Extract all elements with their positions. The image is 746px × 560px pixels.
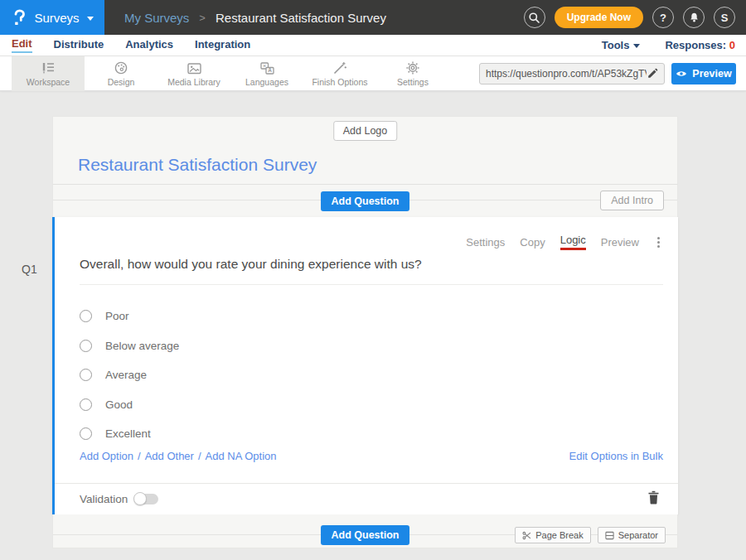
responses-counter[interactable]: Responses: 0: [665, 39, 735, 51]
edit-options-in-bulk-link[interactable]: Edit Options in Bulk: [569, 450, 663, 462]
footer-mini-buttons: Page Break Separator: [515, 527, 666, 543]
toolbar-label: Media Library: [167, 77, 220, 87]
list-item: Good: [80, 390, 179, 420]
add-other-link[interactable]: Add Other: [145, 450, 194, 462]
topbar-actions: Upgrade Now ? S: [524, 7, 735, 28]
survey-url-input[interactable]: [486, 68, 647, 80]
validation-toggle[interactable]: [135, 494, 158, 504]
notifications-button[interactable]: [683, 7, 705, 28]
edit-pencil-icon[interactable]: [647, 68, 658, 80]
toolbar-item-languages[interactable]: ж A Languages: [230, 56, 303, 91]
help-button[interactable]: ?: [652, 7, 674, 28]
add-question-button-bottom[interactable]: Add Question: [321, 525, 410, 545]
option-links-row: Add Option / Add Other / Add NA Option E…: [80, 450, 663, 462]
questionpro-logo: [11, 9, 27, 27]
link-separator: /: [198, 450, 201, 462]
option-label[interactable]: Poor: [105, 310, 129, 322]
top-navbar: Surveys My Surveys > Restaurant Satisfac…: [0, 0, 746, 35]
gear-icon: [405, 60, 420, 75]
divider-line: [55, 483, 678, 484]
toolbar-item-design[interactable]: Design: [85, 56, 157, 91]
breadcrumb-my-surveys[interactable]: My Surveys: [124, 11, 189, 25]
svg-text:A: A: [268, 67, 272, 73]
radio-button[interactable]: [80, 427, 92, 440]
kebab-menu-icon[interactable]: [654, 235, 663, 249]
toolbar-label: Settings: [397, 77, 429, 87]
separator-button[interactable]: Separator: [598, 527, 666, 543]
surveys-menu-label: Surveys: [34, 11, 79, 25]
delete-question-button[interactable]: [647, 490, 660, 508]
radio-button[interactable]: [80, 398, 92, 411]
separator-icon: [605, 531, 614, 540]
toolbar-item-workspace[interactable]: Workspace: [12, 56, 85, 91]
eye-icon: [676, 70, 687, 78]
survey-header-section: Add Logo Restaurant Satisfaction Survey: [52, 116, 678, 185]
upgrade-now-button[interactable]: Upgrade Now: [555, 7, 643, 28]
responses-label: Responses:: [665, 39, 726, 51]
survey-editor: Add Logo Restaurant Satisfaction Survey …: [52, 116, 678, 548]
preview-button[interactable]: Preview: [671, 63, 736, 84]
wand-icon: [332, 60, 347, 75]
validation-row: Validation: [80, 493, 158, 505]
question-settings-link[interactable]: Settings: [466, 236, 505, 249]
validation-label: Validation: [80, 493, 128, 505]
trash-icon: [647, 490, 660, 504]
toolbar-label: Workspace: [27, 77, 70, 87]
account-avatar[interactable]: S: [714, 7, 735, 28]
palette-icon: [114, 60, 128, 75]
question-copy-link[interactable]: Copy: [520, 236, 545, 249]
tools-label: Tools: [602, 39, 630, 51]
separator-label: Separator: [618, 530, 658, 540]
add-option-link[interactable]: Add Option: [80, 450, 133, 462]
add-logo-button[interactable]: Add Logo: [333, 121, 398, 141]
list-item: Excellent: [80, 419, 179, 449]
option-label[interactable]: Below average: [105, 340, 179, 352]
toolbar-item-finish-options[interactable]: Finish Options: [303, 56, 376, 91]
option-label[interactable]: Good: [105, 398, 133, 411]
image-icon: [186, 61, 202, 75]
preview-label: Preview: [692, 68, 731, 80]
radio-button[interactable]: [80, 310, 92, 322]
add-intro-button[interactable]: Add Intro: [600, 191, 664, 210]
tab-distribute[interactable]: Distribute: [54, 38, 104, 52]
workspace-icon: [41, 61, 56, 75]
breadcrumb-survey-title: Restaurant Satisfaction Survey: [216, 11, 386, 25]
list-item: Below average: [80, 331, 179, 361]
survey-url-field: [479, 63, 665, 84]
tab-analytics[interactable]: Analytics: [125, 38, 173, 52]
option-label[interactable]: Excellent: [105, 427, 151, 440]
radio-button[interactable]: [80, 369, 92, 381]
tools-dropdown[interactable]: Tools: [602, 39, 641, 51]
add-question-row-top: Add Question Add Intro: [52, 185, 678, 217]
toolbar-label: Design: [108, 77, 135, 87]
page-break-label: Page Break: [535, 530, 583, 540]
link-separator: /: [138, 450, 141, 462]
nav-right-group: Tools Responses: 0: [602, 39, 735, 51]
add-na-option-link[interactable]: Add NA Option: [206, 450, 277, 462]
question-text[interactable]: Overall, how would you rate your dining …: [80, 257, 663, 285]
responses-count: 0: [729, 39, 735, 51]
tab-edit[interactable]: Edit: [12, 37, 32, 53]
breadcrumb-separator: >: [199, 12, 206, 24]
add-question-row-bottom: Add Question Page Break Separator: [52, 514, 678, 548]
add-question-button-top[interactable]: Add Question: [321, 191, 410, 211]
page-break-button[interactable]: Page Break: [515, 527, 590, 543]
surveys-menu[interactable]: Surveys: [0, 0, 104, 35]
list-item: Average: [80, 360, 179, 390]
question-preview-link[interactable]: Preview: [601, 236, 639, 249]
scissors-icon: [522, 531, 531, 540]
list-item: Poor: [80, 302, 179, 331]
question-logic-link[interactable]: Logic: [560, 234, 586, 250]
search-icon: [528, 12, 540, 24]
tab-integration[interactable]: Integration: [195, 38, 250, 52]
bell-icon: [688, 12, 700, 24]
toolbar-item-media-library[interactable]: Media Library: [157, 56, 230, 91]
option-label[interactable]: Average: [105, 369, 147, 381]
radio-button[interactable]: [80, 340, 92, 352]
toolbar-item-settings[interactable]: Settings: [376, 56, 449, 91]
translate-icon: ж A: [259, 61, 275, 75]
question-card: Q1 Settings Copy Logic Preview Overall, …: [52, 217, 678, 514]
chevron-down-icon: [87, 17, 94, 21]
survey-title[interactable]: Restaurant Satisfaction Survey: [78, 155, 317, 175]
search-button[interactable]: [524, 7, 545, 28]
